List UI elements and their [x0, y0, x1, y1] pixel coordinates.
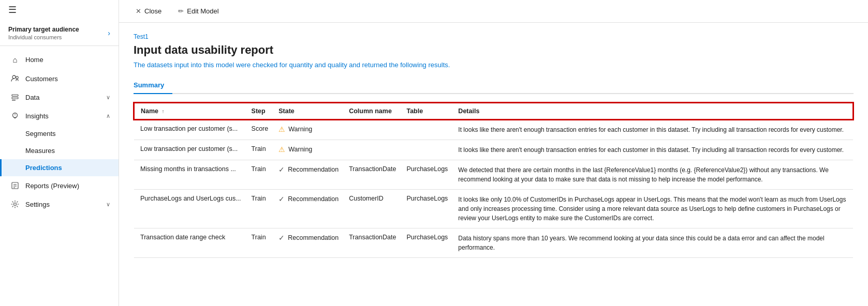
sidebar-item-reports-label: Reports (Preview): [25, 182, 79, 190]
main-content: ✕ Close ✏ Edit Model Test1 Input data us…: [119, 0, 868, 306]
settings-chevron-icon: ∨: [106, 201, 110, 208]
sort-arrow-icon: ↑: [162, 109, 165, 114]
cell-column-name: TransactionDate: [344, 228, 401, 258]
sidebar: ☰ Primary target audience Individual con…: [0, 0, 119, 306]
cell-step: Score: [246, 119, 274, 140]
table-row: PurchaseLogs and UserLogs cus...Train✓Re…: [134, 190, 853, 228]
details-text: It looks like only 10.0% of CustomerIDs …: [458, 196, 846, 222]
home-icon: ⌂: [10, 55, 20, 64]
table-row: Low transaction per customer (s...Score⚠…: [134, 119, 853, 140]
close-label: Close: [144, 7, 161, 15]
recommendation-icon: ✓: [278, 165, 285, 174]
cell-step: Train: [246, 228, 274, 258]
sidebar-item-measures-label: Measures: [25, 147, 55, 155]
reports-icon: [10, 181, 20, 190]
table-row: Transaction date range checkTrain✓Recomm…: [134, 228, 853, 258]
cell-name: Low transaction per customer (s...: [134, 119, 246, 140]
cell-table-name: PurchaseLogs: [401, 160, 453, 190]
cell-step: Train: [246, 140, 274, 160]
svg-point-0: [12, 75, 16, 79]
cell-step: Train: [246, 190, 274, 228]
sidebar-item-predictions-label: Predictions: [25, 164, 62, 172]
state-label: Recommendation: [288, 166, 339, 173]
table-header-row: Name ↑ Step State Column name Table Deta…: [134, 103, 853, 119]
warning-icon: ⚠: [278, 145, 285, 154]
svg-point-1: [16, 76, 19, 79]
cell-table-name: PurchaseLogs: [401, 190, 453, 228]
close-icon: ✕: [136, 7, 141, 15]
recommendation-icon: ✓: [278, 195, 285, 203]
cell-state: ✓Recommendation: [273, 160, 344, 190]
close-button[interactable]: ✕ Close: [131, 5, 166, 17]
cell-column-name: [344, 140, 401, 160]
cell-table-name: [401, 119, 453, 140]
edit-model-label: Edit Model: [187, 7, 218, 15]
table-row: Missing months in transactions ...Train✓…: [134, 160, 853, 190]
details-text: Data history spans more than 10 years. W…: [458, 235, 824, 251]
sidebar-item-customers[interactable]: Customers: [0, 69, 119, 88]
cell-details: It looks like there aren't enough transa…: [453, 119, 853, 140]
page-content: Test1 Input data usability report The da…: [119, 23, 868, 306]
sidebar-navigation: ⌂ Home Customers Data ∨ Insights ∧: [0, 46, 119, 306]
sidebar-item-insights[interactable]: Insights ∧: [0, 106, 119, 125]
cell-table-name: PurchaseLogs: [401, 228, 453, 258]
svg-rect-4: [12, 100, 16, 101]
edit-model-button[interactable]: ✏ Edit Model: [174, 5, 223, 17]
sidebar-item-measures[interactable]: Measures: [0, 142, 119, 159]
sidebar-item-home-label: Home: [25, 56, 43, 64]
cell-state: ✓Recommendation: [273, 190, 344, 228]
details-text: We detected that there are certain month…: [458, 166, 829, 183]
cell-column-name: CustomerID: [344, 190, 401, 228]
col-header-table: Table: [401, 103, 453, 119]
state-label: Recommendation: [288, 234, 339, 241]
edit-icon: ✏: [178, 7, 184, 15]
data-chevron-icon: ∨: [106, 94, 110, 101]
page-title: Input data usability report: [134, 43, 854, 57]
page-description: The datasets input into this model were …: [134, 61, 854, 69]
hamburger-button[interactable]: ☰: [0, 0, 119, 20]
cell-table-name: [401, 140, 453, 160]
table-body: Low transaction per customer (s...Score⚠…: [134, 119, 853, 258]
cell-state: ⚠Warning: [273, 140, 344, 160]
cell-name: Missing months in transactions ...: [134, 160, 246, 190]
data-table: Name ↑ Step State Column name Table Deta…: [134, 102, 854, 258]
insights-icon: [10, 112, 20, 120]
tabs-bar: Summary: [134, 77, 854, 94]
svg-point-12: [14, 203, 17, 206]
state-label: Warning: [288, 146, 312, 153]
sidebar-header-subtitle: Individual consumers: [8, 34, 79, 40]
col-header-name: Name ↑: [134, 103, 246, 119]
table-row: Low transaction per customer (s...Train⚠…: [134, 140, 853, 160]
breadcrumb: Test1: [134, 33, 854, 40]
insights-chevron-icon: ∧: [106, 113, 110, 119]
sidebar-item-data[interactable]: Data ∨: [0, 88, 119, 106]
tab-summary[interactable]: Summary: [134, 77, 172, 94]
topbar: ✕ Close ✏ Edit Model: [119, 0, 868, 23]
sidebar-item-predictions[interactable]: Predictions: [0, 159, 119, 176]
cell-state: ✓Recommendation: [273, 228, 344, 258]
sidebar-item-reports[interactable]: Reports (Preview): [0, 176, 119, 195]
col-header-column-name: Column name: [344, 103, 401, 119]
sidebar-item-settings[interactable]: Settings ∨: [0, 195, 119, 213]
sidebar-header-chevron[interactable]: ›: [108, 29, 110, 37]
sidebar-item-home[interactable]: ⌂ Home: [0, 50, 119, 69]
cell-name: PurchaseLogs and UserLogs cus...: [134, 190, 246, 228]
cell-details: We detected that there are certain month…: [453, 160, 853, 190]
sidebar-header: Primary target audience Individual consu…: [0, 20, 119, 46]
recommendation-icon: ✓: [278, 234, 285, 242]
cell-name: Low transaction per customer (s...: [134, 140, 246, 160]
sidebar-item-segments[interactable]: Segments: [0, 125, 119, 142]
col-header-details: Details: [453, 103, 853, 119]
sidebar-header-title: Primary target audience: [8, 26, 79, 33]
warning-icon: ⚠: [278, 125, 285, 133]
sidebar-item-segments-label: Segments: [25, 130, 56, 137]
data-icon: [10, 93, 20, 101]
details-text: It looks like there aren't enough transa…: [458, 126, 844, 133]
cell-column-name: TransactionDate: [344, 160, 401, 190]
cell-column-name: [344, 119, 401, 140]
sidebar-item-settings-label: Settings: [25, 201, 50, 208]
svg-point-7: [14, 115, 15, 116]
cell-details: It looks like only 10.0% of CustomerIDs …: [453, 190, 853, 228]
cell-name: Transaction date range check: [134, 228, 246, 258]
svg-rect-3: [12, 97, 18, 99]
